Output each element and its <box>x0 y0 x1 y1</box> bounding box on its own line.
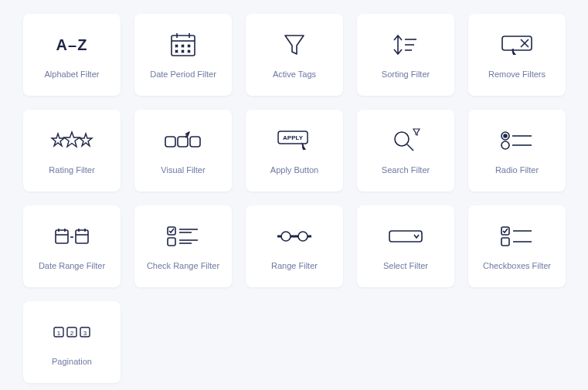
alphabet-icon: A–Z <box>50 29 93 60</box>
card-label: Search Filter <box>382 165 430 175</box>
svg-text:APPLY: APPLY <box>283 134 304 141</box>
svg-line-36 <box>407 144 413 151</box>
svg-rect-47 <box>76 230 88 243</box>
card-range-filter[interactable]: Range Filter <box>246 205 343 287</box>
search-icon <box>384 125 427 156</box>
svg-rect-42 <box>56 230 68 243</box>
svg-rect-30 <box>190 137 200 147</box>
svg-text:2: 2 <box>70 330 74 337</box>
card-alphabet-filter[interactable]: A–Z Alphabet Filter <box>23 14 121 96</box>
remove-filters-icon <box>495 29 539 60</box>
svg-point-35 <box>395 132 409 146</box>
filter-grid: A–Z Alphabet Filter Date P <box>23 14 565 383</box>
svg-point-58 <box>281 232 291 241</box>
svg-rect-29 <box>178 137 188 147</box>
svg-rect-63 <box>501 238 509 246</box>
card-pagination[interactable]: 1 2 3 Pagination <box>23 301 121 383</box>
check-range-icon <box>161 221 205 252</box>
funnel-icon <box>273 29 316 60</box>
svg-text:1: 1 <box>57 330 61 337</box>
card-label: Date Period Filter <box>150 70 216 80</box>
card-label: Alphabet Filter <box>45 70 100 80</box>
card-label: Remove Filters <box>488 70 546 80</box>
card-label: Visual Filter <box>161 165 205 175</box>
card-visual-filter[interactable]: Visual Filter <box>134 110 232 192</box>
card-label: Check Range Filter <box>147 261 219 271</box>
card-sorting-filter[interactable]: Sorting Filter <box>357 14 454 96</box>
card-select-filter[interactable]: Select Filter <box>357 205 454 287</box>
card-checkboxes-filter[interactable]: Checkboxes Filter <box>468 205 566 287</box>
card-label: Pagination <box>52 357 92 367</box>
stars-icon <box>50 125 93 156</box>
card-rating-filter[interactable]: Rating Filter <box>23 110 121 192</box>
calendar-icon <box>161 29 205 60</box>
card-label: Rating Filter <box>49 165 94 175</box>
svg-point-40 <box>501 141 509 149</box>
card-label: Range Filter <box>271 261 318 271</box>
radio-icon <box>495 125 539 156</box>
sorting-icon <box>384 29 427 60</box>
range-slider-icon <box>273 221 316 252</box>
card-active-tags[interactable]: Active Tags <box>246 14 343 96</box>
card-apply-button[interactable]: APPLY Apply Button <box>246 110 343 192</box>
card-check-range-filter[interactable]: Check Range Filter <box>134 205 232 287</box>
svg-marker-25 <box>52 134 64 146</box>
svg-point-59 <box>298 232 308 241</box>
svg-text:A–Z: A–Z <box>56 36 88 53</box>
visual-filter-icon <box>161 125 205 156</box>
svg-rect-28 <box>165 137 175 147</box>
card-label: Sorting Filter <box>382 70 430 80</box>
card-label: Apply Button <box>270 165 318 175</box>
date-range-icon <box>50 221 93 252</box>
apply-button-icon: APPLY <box>273 125 316 156</box>
card-label: Active Tags <box>273 70 316 80</box>
svg-point-38 <box>504 134 507 137</box>
card-remove-filters[interactable]: Remove Filters <box>468 14 566 96</box>
svg-marker-27 <box>80 134 92 146</box>
card-label: Radio Filter <box>495 165 539 175</box>
card-search-filter[interactable]: Search Filter <box>357 110 454 192</box>
pagination-icon: 1 2 3 <box>50 317 93 348</box>
select-icon <box>384 221 427 252</box>
svg-text:3: 3 <box>83 330 87 337</box>
svg-rect-54 <box>168 238 175 246</box>
checkboxes-icon <box>495 221 539 252</box>
card-label: Date Range Filter <box>39 261 105 271</box>
svg-rect-21 <box>502 36 532 50</box>
card-label: Select Filter <box>383 261 428 271</box>
card-date-range-filter[interactable]: Date Range Filter <box>23 205 121 287</box>
svg-marker-26 <box>64 132 80 147</box>
card-radio-filter[interactable]: Radio Filter <box>468 110 566 192</box>
card-label: Checkboxes Filter <box>483 261 551 271</box>
card-date-period-filter[interactable]: Date Period Filter <box>134 14 232 96</box>
